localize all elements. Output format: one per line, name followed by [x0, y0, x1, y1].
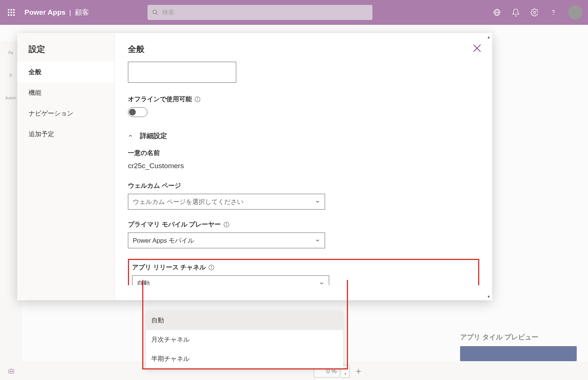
info-icon[interactable]	[194, 96, 201, 103]
welcome-page-placeholder: ウェルカム ページを選択してください	[133, 198, 243, 206]
advanced-section-header[interactable]: 詳細設定	[128, 131, 479, 140]
svg-point-21	[211, 266, 212, 266]
release-channel-highlight: アプリ リリース チャネル 自動	[128, 259, 479, 285]
release-channel-label: アプリ リリース チャネル	[132, 263, 475, 272]
nav-item-upcoming[interactable]: 追加予定	[17, 124, 114, 144]
toggle-knob	[129, 109, 136, 116]
scroll-up-icon[interactable]: ▲	[486, 33, 491, 41]
nav-item-general[interactable]: 全般	[17, 62, 114, 82]
release-channel-value: 自動	[137, 279, 150, 286]
welcome-page-label: ウェルカム ページ	[128, 181, 479, 190]
dropdown-option-monthly[interactable]: 月次チャネル	[146, 330, 343, 349]
dropdown-option-semi[interactable]: 半期チャネル	[146, 349, 343, 368]
chevron-down-icon	[315, 238, 320, 243]
nav-item-navigation[interactable]: ナビゲーション	[17, 103, 114, 124]
mobile-player-select[interactable]: Power Apps モバイル	[128, 233, 325, 248]
scroll-down-icon[interactable]: ▼	[486, 293, 491, 300]
chevron-down-icon	[319, 281, 324, 285]
welcome-page-select[interactable]: ウェルカム ページを選択してください	[128, 194, 325, 210]
svg-point-18	[226, 223, 227, 223]
settings-body: オフラインで使用可能 詳細設定 一意の名前 cr25c_Customers ウェ…	[128, 62, 479, 285]
dropdown-option-auto[interactable]: 自動	[146, 311, 343, 330]
mobile-player-value: Power Apps モバイル	[133, 236, 194, 245]
offline-toggle[interactable]	[128, 107, 147, 117]
release-channel-dropdown: 自動 月次チャネル 半期チャネル	[146, 311, 343, 368]
settings-nav: 設定 全般 機能 ナビゲーション 追加予定	[17, 33, 115, 300]
close-icon[interactable]	[472, 43, 482, 53]
settings-modal: 設定 全般 機能 ナビゲーション 追加予定 全般 ▲ ▼ オフラインで使用可能 …	[17, 33, 492, 300]
info-icon[interactable]	[223, 221, 230, 228]
settings-content: 全般 ▲ ▼ オフラインで使用可能 詳細設定 一意の名前 cr25c_Custo…	[115, 33, 492, 300]
nav-item-features[interactable]: 機能	[17, 82, 114, 103]
release-channel-select[interactable]: 自動	[132, 275, 329, 285]
svg-point-15	[197, 98, 198, 98]
settings-title: 設定	[17, 33, 114, 62]
chevron-down-icon	[315, 199, 320, 204]
mobile-player-label: プライマリ モバイル プレーヤー	[128, 220, 479, 229]
chevron-up-icon	[128, 133, 133, 138]
unique-name-value: cr25c_Customers	[128, 162, 479, 170]
offline-label: オフラインで使用可能	[128, 95, 479, 103]
info-icon[interactable]	[208, 264, 215, 271]
general-heading: 全般	[128, 44, 479, 55]
description-input[interactable]	[128, 62, 236, 83]
unique-name-label: 一意の名前	[128, 149, 479, 157]
